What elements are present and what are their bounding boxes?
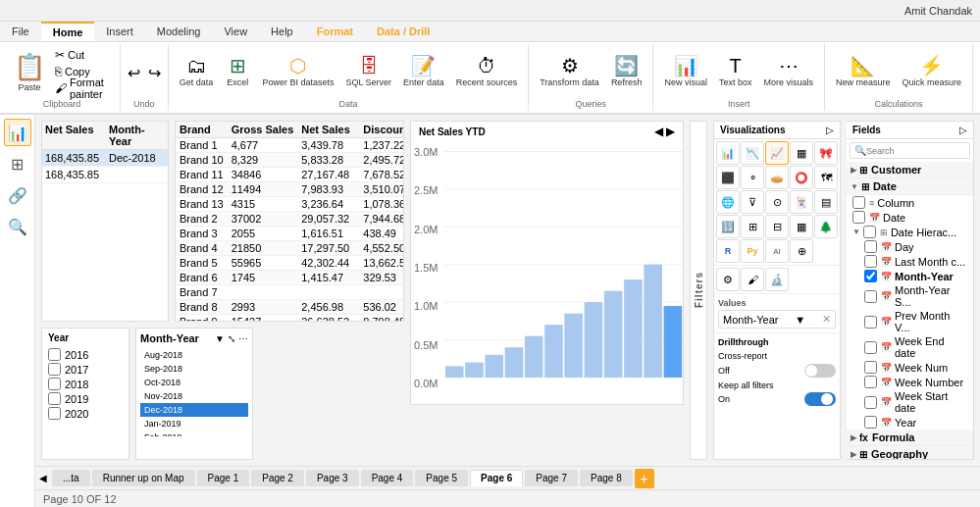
field-sub-Week-Number[interactable]: 📅Week Number [858, 375, 973, 389]
viz-waterfall[interactable]: ⬛ [716, 166, 740, 189]
sub-checkbox[interactable] [864, 416, 877, 429]
sub-checkbox[interactable] [864, 316, 877, 329]
field-sub-Month-Year-S---[interactable]: 📅Month-Year S... [858, 283, 973, 309]
slicer-item-Feb-2019[interactable]: Feb-2019 [140, 431, 248, 436]
get-data-button[interactable]: 🗂 Get data [175, 46, 219, 97]
viz-area[interactable]: ▦ [790, 141, 813, 165]
keep-filters-toggle[interactable] [804, 392, 836, 406]
recent-sources-button[interactable]: ⏱ Recent sources [451, 46, 523, 97]
page-tab-6[interactable]: Page 6 [470, 470, 523, 486]
viz-matrix[interactable]: ⊟ [765, 215, 789, 238]
viz-column[interactable]: 📉 [741, 141, 764, 165]
chart-container[interactable]: Net Sales YTD ◀ ▶ 3.0M2.5M2.0M1.5M1.0M0.… [410, 121, 684, 405]
table-row[interactable]: Brand 12114947,983.933,510.07179,402.462… [176, 182, 404, 197]
viz-gauge[interactable]: ⊙ [765, 190, 789, 214]
viz-line[interactable]: 📈 [765, 141, 789, 165]
viz-custom[interactable]: ⊕ [790, 239, 813, 263]
values-close-icon[interactable]: ✕ [822, 313, 831, 326]
slicer-item-Sep-2018[interactable]: Sep-2018 [140, 362, 248, 376]
format-painter-button[interactable]: 🖌 Format painter [51, 80, 114, 96]
small-table-row-2[interactable]: 168,435.85 [42, 167, 168, 183]
viz-multirow-card[interactable]: ▤ [814, 190, 838, 214]
viz-expand-icon[interactable]: ▷ [826, 125, 834, 135]
viz-decomp[interactable]: 🌲 [814, 215, 838, 238]
excel-button[interactable]: ⊞ Excel [220, 46, 255, 97]
viz-r[interactable]: R [716, 239, 740, 263]
field-sub-Week-End-date[interactable]: 📅Week End date [858, 334, 973, 360]
text-box-button[interactable]: T Text box [714, 46, 757, 97]
field-sub-Week-Num[interactable]: 📅Week Num [858, 360, 973, 375]
values-dropdown[interactable]: Month-Year ▼ ✕ [718, 310, 836, 329]
viz-py[interactable]: Py [741, 239, 764, 263]
year-checkbox-2017[interactable] [48, 363, 61, 376]
redo-button[interactable]: ↪ [145, 61, 164, 85]
search-input[interactable] [866, 146, 965, 156]
table-row[interactable]: Brand 14,6773,439.781,237.2271,385.83143… [176, 138, 404, 153]
slicer-expand-icon[interactable]: ⤡ [228, 333, 235, 344]
powerbi-button[interactable]: ⬡ Power BI datasets [257, 46, 338, 97]
field-sub-Month-Year[interactable]: 📅Month-Year [858, 269, 973, 283]
tab-datadrill[interactable]: Data / Drill [365, 22, 441, 41]
slicer-item-Dec-2018[interactable]: Dec-2018 [140, 403, 248, 417]
sub-checkbox[interactable] [864, 270, 877, 282]
viz-pie[interactable]: 🥧 [765, 166, 789, 189]
field-column[interactable]: ≡ Column [847, 195, 973, 210]
table-row[interactable]: Brand 108,3295,833.282,495.72182,334.034… [176, 153, 404, 168]
formula-group[interactable]: ▶ fx Formula [847, 430, 973, 446]
quick-measure-button[interactable]: ⚡ Quick measure [897, 46, 966, 97]
field-sub-Week-Start-date[interactable]: 📅Week Start date [858, 389, 973, 415]
year-item-2016[interactable]: 2016 [48, 347, 123, 362]
field-date[interactable]: 📅 Date [847, 210, 973, 225]
year-item-2020[interactable]: 2020 [48, 406, 123, 421]
sub-checkbox[interactable] [864, 396, 877, 409]
sub-checkbox[interactable] [864, 290, 877, 303]
page-tab-4[interactable]: Page 4 [361, 470, 414, 486]
viz-kpi[interactable]: 🔢 [716, 215, 740, 238]
table-row[interactable]: Brand 1343153,236.641,078.36111,102.9827… [176, 197, 404, 212]
page-tab-1[interactable]: Page 1 [197, 470, 250, 486]
page-tab-5[interactable]: Page 5 [415, 470, 468, 486]
table-row[interactable]: Brand 91542726,628.528,798.48413,226.877… [176, 315, 404, 323]
page-tab-8[interactable]: Page 8 [580, 470, 633, 486]
year-checkbox-2018[interactable] [48, 378, 61, 390]
new-measure-button[interactable]: 📐 New measure [831, 46, 896, 97]
year-item-2017[interactable]: 2017 [48, 362, 123, 377]
add-page-button[interactable]: + [635, 469, 654, 488]
chart-nav-left[interactable]: ◀ [654, 125, 663, 138]
sidebar-report[interactable]: 📊 [4, 119, 31, 146]
viz-filled-map[interactable]: 🌐 [716, 190, 740, 214]
slicer-more-icon[interactable]: ⋯ [238, 333, 248, 344]
field-sub-Day[interactable]: 📅Day [858, 239, 973, 254]
viz-map[interactable]: 🗺 [814, 166, 838, 189]
viz-paint-icon[interactable]: 🖌 [741, 268, 764, 291]
viz-card[interactable]: 🃏 [790, 190, 813, 214]
viz-donut[interactable]: ⭕ [790, 166, 813, 189]
viz-bar[interactable]: 📊 [716, 141, 740, 165]
customer-group[interactable]: ▶ ⊞ Customer [847, 162, 973, 178]
sub-checkbox[interactable] [864, 341, 877, 354]
sidebar-data[interactable]: ⊞ [4, 150, 31, 177]
sql-button[interactable]: 🗄 SQL Server [340, 46, 396, 97]
table-row[interactable]: Brand 23700229,057.327,944.68345,045.584… [176, 212, 404, 227]
hier-checkbox[interactable] [863, 226, 876, 238]
year-checkbox-2020[interactable] [48, 407, 61, 420]
year-checkbox-2016[interactable] [48, 348, 61, 361]
table-row[interactable]: Brand 730,431.17253,172.01 [176, 285, 404, 300]
tab-modeling[interactable]: Modeling [145, 22, 213, 41]
col-checkbox[interactable] [852, 196, 865, 209]
table-row[interactable]: Brand 113484627,167.487,678.52396,024.51… [176, 168, 404, 182]
slicer-filter-icon[interactable]: ▼ [215, 333, 225, 344]
sidebar-model[interactable]: 🔗 [4, 181, 31, 209]
viz-filter-icon[interactable]: ⚙ [716, 268, 740, 291]
cross-report-toggle[interactable] [804, 364, 836, 378]
tab-home[interactable]: Home [41, 22, 95, 41]
field-sub-Year[interactable]: 📅Year [858, 415, 973, 430]
year-checkbox-2019[interactable] [48, 392, 61, 405]
page-tab-3[interactable]: Page 3 [306, 470, 359, 486]
tab-help[interactable]: Help [259, 22, 305, 41]
sub-checkbox[interactable] [864, 376, 877, 388]
field-sub-Prev-Month-V---[interactable]: 📅Prev Month V... [858, 309, 973, 334]
sub-checkbox[interactable] [864, 255, 877, 268]
tab-file[interactable]: File [0, 22, 41, 41]
viz-ai[interactable]: AI [765, 239, 789, 263]
